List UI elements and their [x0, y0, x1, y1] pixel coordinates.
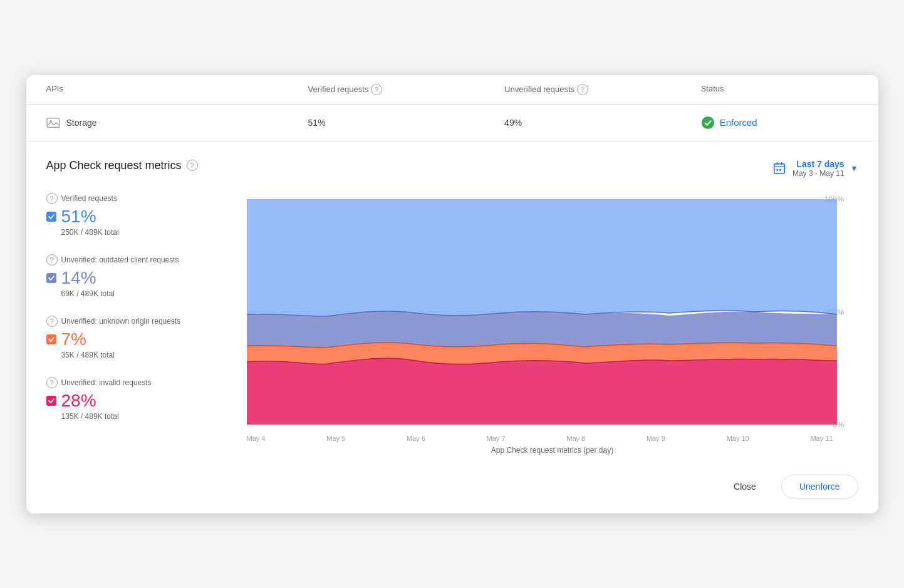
- legend-item-1: ? Unverified: outdated client requests 1…: [46, 254, 234, 298]
- chart-svg: 100% 50% 0%: [247, 193, 858, 431]
- checkbox-check-icon-0: [48, 213, 55, 220]
- x-label-6: May 10: [727, 435, 749, 442]
- legend-item-2: ? Unverified: unknown origin requests 7%…: [46, 316, 234, 359]
- chart-panel: 100% 50% 0%: [247, 193, 858, 455]
- legend-panel: ? Verified requests 51% 250K / 489K tota…: [46, 193, 247, 455]
- x-label-4: May 8: [566, 435, 585, 442]
- legend-help-icon-1[interactable]: ?: [46, 254, 58, 266]
- chart-x-labels: May 4May 5May 6May 7May 8May 9May 10May …: [247, 431, 858, 442]
- x-label-1: May 5: [326, 435, 345, 442]
- date-selector[interactable]: Last 7 days May 3 - May 11 ▼: [772, 159, 858, 178]
- table-header: APIs Verified requests ? Unverified requ…: [26, 75, 878, 105]
- legend-label-1: ? Unverified: outdated client requests: [46, 254, 234, 266]
- svg-rect-4: [776, 168, 778, 170]
- checkbox-check-icon-1: [48, 274, 55, 282]
- legend-checkbox-0[interactable]: [46, 212, 56, 222]
- verified-help-icon[interactable]: ?: [371, 84, 382, 95]
- storage-name: Storage: [46, 117, 308, 128]
- dialog-footer: Close Unenforce: [26, 465, 878, 513]
- legend-checkbox-1[interactable]: [46, 273, 56, 283]
- metrics-header: App Check request metrics ? Last 7 days …: [46, 159, 858, 178]
- legend-help-icon-2[interactable]: ?: [46, 316, 58, 327]
- svg-rect-3: [774, 163, 785, 173]
- x-label-0: May 4: [247, 435, 266, 442]
- legend-percent-2: 7%: [61, 329, 86, 349]
- col-verified: Verified requests ?: [308, 84, 505, 95]
- storage-icon: [46, 117, 60, 128]
- svg-rect-5: [779, 168, 781, 170]
- storage-unverified: 49%: [504, 118, 701, 128]
- checkbox-check-icon-3: [48, 397, 55, 405]
- legend-checkbox-2[interactable]: [46, 334, 56, 344]
- legend-label-0: ? Verified requests: [46, 193, 234, 204]
- x-label-2: May 6: [407, 435, 425, 442]
- main-dialog: APIs Verified requests ? Unverified requ…: [26, 75, 878, 513]
- legend-item-3: ? Unverified: invalid requests 28% 135K …: [46, 377, 234, 421]
- col-apis: APIs: [46, 84, 308, 95]
- metrics-title: App Check request metrics ?: [46, 159, 198, 172]
- legend-label-2: ? Unverified: unknown origin requests: [46, 316, 234, 327]
- x-label-3: May 7: [487, 435, 506, 442]
- col-unverified: Unverified requests ?: [504, 84, 701, 95]
- storage-row: Storage 51% 49% Enforced: [26, 105, 878, 142]
- legend-total-0: 250K / 489K total: [61, 228, 234, 237]
- date-label: Last 7 days: [792, 159, 844, 169]
- legend-checkbox-3[interactable]: [46, 396, 56, 406]
- legend-item-0: ? Verified requests 51% 250K / 489K tota…: [46, 193, 234, 237]
- x-label-7: May 11: [810, 435, 833, 442]
- dropdown-arrow-icon: ▼: [851, 164, 858, 173]
- svg-rect-0: [47, 118, 60, 126]
- legend-percent-1: 14%: [61, 268, 96, 288]
- checkbox-check-icon-2: [48, 336, 55, 343]
- metrics-body: ? Verified requests 51% 250K / 489K tota…: [46, 193, 858, 455]
- close-button[interactable]: Close: [716, 475, 774, 498]
- col-status: Status: [701, 84, 858, 95]
- x-label-5: May 9: [647, 435, 665, 442]
- metrics-help-icon[interactable]: ?: [187, 160, 198, 171]
- legend-label-3: ? Unverified: invalid requests: [46, 377, 234, 388]
- legend-help-icon-0[interactable]: ?: [46, 193, 58, 204]
- storage-status: Enforced: [701, 116, 858, 130]
- date-range: May 3 - May 11: [792, 169, 844, 178]
- enforced-check-icon: [701, 116, 715, 130]
- metrics-section: App Check request metrics ? Last 7 days …: [26, 142, 878, 465]
- legend-total-1: 69K / 489K total: [61, 289, 234, 298]
- legend-help-icon-3[interactable]: ?: [46, 377, 58, 388]
- legend-total-3: 135K / 489K total: [61, 412, 234, 421]
- calendar-icon: [772, 162, 786, 175]
- legend-total-2: 35K / 489K total: [61, 351, 234, 359]
- unverified-help-icon[interactable]: ?: [577, 84, 588, 95]
- legend-percent-0: 51%: [61, 207, 96, 227]
- unenforce-button[interactable]: Unenforce: [781, 475, 858, 498]
- legend-percent-3: 28%: [61, 391, 96, 411]
- storage-verified: 51%: [308, 118, 505, 128]
- chart-area: 100% 50% 0%: [247, 193, 858, 431]
- svg-point-2: [702, 116, 714, 128]
- chart-caption: App Check request metrics (per day): [247, 446, 858, 455]
